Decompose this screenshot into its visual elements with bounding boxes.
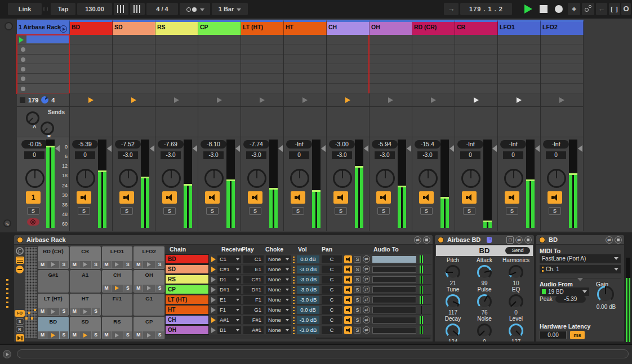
- punch-brackets-icon[interactable]: [ ]: [609, 3, 620, 15]
- clip-slot[interactable]: [198, 74, 241, 83]
- audio-to-chooser[interactable]: [372, 317, 416, 323]
- pad-mute-button[interactable]: M: [70, 308, 79, 315]
- track-activator-button[interactable]: [376, 191, 391, 204]
- device-knob[interactable]: [509, 265, 523, 280]
- hot-swap-icon[interactable]: ⇄: [363, 276, 370, 283]
- drum-pad[interactable]: LFO1 M S: [102, 246, 133, 269]
- clip-slot[interactable]: [155, 74, 198, 83]
- pad-play-button[interactable]: [143, 285, 155, 292]
- clip-launch-icon[interactable]: [217, 97, 222, 103]
- drum-pad[interactable]: RD (CR) M S: [38, 246, 69, 269]
- nudge-down-icon[interactable]: [114, 3, 128, 15]
- chain-pan-field[interactable]: C: [322, 326, 342, 334]
- choke-menu[interactable]: None: [266, 255, 291, 263]
- chain-solo-button[interactable]: S: [354, 307, 361, 313]
- chain-activator-button[interactable]: [344, 255, 352, 263]
- pad-mute-button[interactable]: M: [103, 261, 111, 268]
- pad-play-button[interactable]: [143, 261, 155, 268]
- track-activator-button[interactable]: [77, 191, 91, 204]
- clip-launch-cell[interactable]: [155, 93, 198, 107]
- clip-slot[interactable]: [113, 55, 155, 64]
- chain-pan-field[interactable]: C: [322, 306, 342, 314]
- pad-mute-button[interactable]: M: [38, 261, 47, 268]
- pan-readout[interactable]: -3.0: [246, 151, 266, 159]
- save-preset-icon[interactable]: [524, 236, 532, 244]
- track-header[interactable]: CR: [455, 20, 498, 35]
- midi-channel-menu[interactable]: Ch. 1: [540, 265, 621, 273]
- solo-toggle-button[interactable]: S: [16, 318, 24, 325]
- audio-to-chooser[interactable]: [372, 276, 416, 283]
- send-button[interactable]: Send: [505, 247, 530, 254]
- pad-play-button[interactable]: [79, 308, 91, 315]
- save-preset-icon[interactable]: [615, 236, 622, 244]
- clip-launch-cell[interactable]: [113, 93, 155, 107]
- clip-stop-icon[interactable]: [21, 87, 25, 91]
- choke-menu[interactable]: None: [266, 276, 291, 284]
- clip-slot[interactable]: [70, 44, 112, 54]
- pad-solo-button[interactable]: S: [60, 308, 68, 315]
- clip-slot[interactable]: [284, 64, 326, 74]
- clip-slot[interactable]: [370, 74, 412, 83]
- device-title-bar[interactable]: Airbase BD ⊡ ⇄: [435, 235, 534, 245]
- pan-knob[interactable]: [504, 169, 523, 188]
- clip-slot[interactable]: [498, 35, 540, 44]
- pad-overview-grid[interactable]: [25, 247, 37, 338]
- clip-launch-cell[interactable]: [198, 93, 241, 107]
- clip-slot[interactable]: [241, 64, 283, 74]
- pan-readout[interactable]: -3.0: [118, 151, 138, 159]
- pad-solo-button[interactable]: S: [92, 308, 100, 315]
- clip-slot[interactable]: [241, 35, 283, 44]
- audio-to-chooser[interactable]: [372, 296, 416, 303]
- pan-readout[interactable]: 0: [24, 151, 44, 159]
- chain-play-icon[interactable]: [211, 267, 216, 272]
- track-header[interactable]: HT: [284, 20, 327, 35]
- drum-pad[interactable]: CH M S: [102, 270, 133, 293]
- device-knob[interactable]: [477, 265, 492, 280]
- pad-mute-button[interactable]: M: [103, 331, 111, 339]
- clip-slot[interactable]: [541, 35, 583, 44]
- chain-activator-button[interactable]: [344, 286, 352, 294]
- pad-mute-button[interactable]: M: [70, 261, 79, 268]
- clip-slot[interactable]: [198, 44, 241, 54]
- volume-readout[interactable]: -Inf: [457, 140, 483, 149]
- latency-field[interactable]: 0.00: [540, 331, 567, 339]
- pad-play-button[interactable]: [79, 261, 91, 268]
- chain-volume-field[interactable]: -3.0 dB: [297, 286, 319, 294]
- choke-menu[interactable]: None: [266, 286, 291, 294]
- hot-swap-icon[interactable]: ⇄: [363, 326, 370, 334]
- clip-slot[interactable]: [198, 55, 241, 64]
- volume-slider-handle[interactable]: [150, 145, 154, 152]
- clip-launch-icon[interactable]: [474, 97, 479, 103]
- device-activator-icon[interactable]: [438, 237, 444, 243]
- receive-note-menu[interactable]: F1: [217, 306, 241, 314]
- fold-icon[interactable]: [60, 25, 67, 33]
- arrangement-position-field[interactable]: 179 . 1 . 2: [460, 3, 512, 15]
- hot-swap-icon[interactable]: ⇄: [515, 236, 523, 244]
- send-b-knob[interactable]: [41, 122, 54, 135]
- pan-knob[interactable]: [119, 169, 138, 188]
- chain-play-icon[interactable]: [211, 327, 216, 333]
- device-knob[interactable]: [446, 265, 460, 280]
- clip-launch-icon[interactable]: [302, 97, 308, 103]
- drag-handle-dots-icon[interactable]: [293, 266, 295, 273]
- play-note-field[interactable]: D#1: [243, 286, 264, 294]
- chain-row[interactable]: BD C1 C1 None 0.0 dB C S ⇄: [165, 254, 431, 264]
- rail-circle-icon[interactable]: [5, 22, 13, 30]
- chain-row[interactable]: HT F1 G1 None 0.0 dB C S ⇄: [165, 305, 431, 315]
- chain-row[interactable]: CH A#1 F#1 None -3.0 dB C S ⇄: [165, 315, 431, 325]
- pad-solo-button[interactable]: S: [123, 261, 132, 268]
- chain-volume-field[interactable]: -3.0 dB: [297, 296, 319, 304]
- chain-activator-button[interactable]: [344, 326, 352, 334]
- solo-button[interactable]: S: [463, 207, 475, 215]
- clip-launch-icon[interactable]: [559, 97, 564, 103]
- quantization-menu[interactable]: 1 Bar: [212, 3, 248, 15]
- solo-button[interactable]: S: [549, 207, 561, 215]
- play-button[interactable]: [522, 3, 536, 15]
- clip-launch-cell[interactable]: [327, 93, 370, 107]
- group-clip-slot[interactable]: [17, 35, 69, 44]
- receive-note-menu[interactable]: C#1: [217, 266, 241, 273]
- choke-menu[interactable]: None: [266, 326, 291, 334]
- volume-readout[interactable]: -5.94: [372, 140, 398, 149]
- device-knob[interactable]: [509, 294, 523, 309]
- clip-slot[interactable]: [455, 35, 497, 44]
